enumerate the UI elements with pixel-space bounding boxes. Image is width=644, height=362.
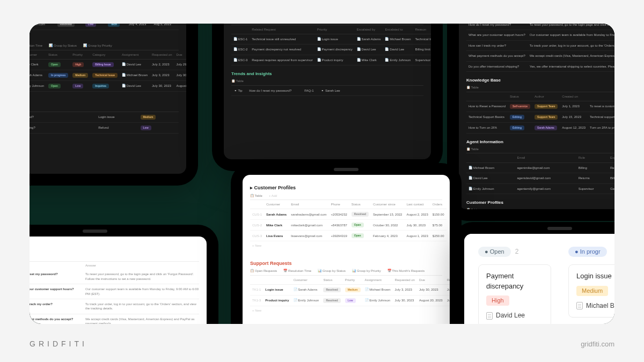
section-trends: Trends and Insights — [231, 71, 423, 77]
tablet-camera — [547, 227, 572, 230]
table-row[interactable]: CUS-1Sarah Adamssarahadams@gmail.com+205… — [250, 209, 447, 220]
tickets-table: 📄Sarah Smithsmithsmith@gmail.com OpenHig… — [30, 24, 179, 30]
brand-url: gridfiti.com — [581, 340, 614, 348]
table-row[interactable]: CUS-2Mike Clarkmikeclark@gmail.com+84363… — [250, 220, 447, 231]
document-icon — [486, 312, 493, 320]
tablet-camera — [83, 230, 107, 233]
document-icon — [576, 302, 583, 309]
tablet-bottom-left: ▸ FAQs 📋 Table QuestionAnswer FAQ-1How d… — [30, 225, 218, 324]
priority-tag: Medium — [576, 286, 608, 296]
card-assignee: David Lee — [486, 311, 543, 320]
customers-table: CustomerEmailPhoneStatusCustomer sinceLa… — [250, 200, 447, 241]
kanban-card[interactable]: Payment discrepancy High David Lee — [478, 264, 551, 324]
kanban-column-open: ● Open 2 Payment discrepancy High David … — [478, 247, 551, 324]
section-support-requests: Support Requests — [30, 35, 179, 41]
faq-item[interactable]: FAQ-3How can I track my order?To track y… — [30, 299, 199, 314]
tablet-camera — [334, 168, 358, 171]
status-pill-inprogress[interactable]: ● In progr — [568, 247, 607, 257]
view-tabs[interactable]: 📋 Open Requests 📅 Resolution Time 📊 Grou… — [30, 43, 179, 50]
priority-tag: High — [486, 295, 509, 306]
tablet-bottom-right: ● Open 2 Payment discrepancy High David … — [452, 222, 614, 324]
tickets-grid: CustomerStatusPriorityCategoryAssignment… — [30, 50, 186, 92]
section-support-requests: Support Requests — [250, 260, 442, 267]
faq-item[interactable]: FAQ-4What payment methods do you accept?… — [30, 314, 199, 324]
section-agents: Agent Information — [466, 139, 614, 145]
section-customers: Customer Profiles — [466, 200, 614, 205]
tickets-table: CustomerStatusPriorityAssignmentRequeste… — [250, 276, 450, 306]
section-kb: Knowledge Base — [466, 77, 614, 83]
tablet-top-left: 📄Sarah Smithsmithsmith@gmail.com OpenHig… — [30, 24, 198, 186]
kanban-column-inprogress: ● In progr Login issue Medium Michael B … — [568, 247, 614, 324]
faq-item[interactable]: FAQ-1How do I reset my password?To reset… — [30, 269, 199, 284]
column-count: 2 — [515, 247, 519, 256]
tablet-top-right: FAQs 📋 Table QuestionAnswer How do I res… — [447, 24, 614, 221]
card-assignee: Michael B — [576, 301, 614, 311]
tablet-top-center: 📄 TK1-1Payment discrepancy📄 Mike ClarkOp… — [212, 24, 443, 171]
tablet-bottom-center: ▸ Customer Profiles 📋 Table+ Add Custome… — [231, 163, 462, 324]
section-escalations: Escalations — [30, 97, 179, 103]
table-row[interactable]: CUS-3Lisa Evanslisaevans@gmail.com+39294… — [250, 231, 447, 241]
card-title: Login issue — [576, 271, 614, 281]
kanban-card[interactable]: Login issue Medium Michael B — [568, 264, 614, 317]
showcase-canvas: 📄Sarah Smithsmithsmith@gmail.com OpenHig… — [30, 24, 614, 324]
card-title: Payment discrepancy — [486, 271, 543, 291]
brand-mark: GRIDFITI — [30, 339, 87, 348]
status-pill-open[interactable]: ● Open — [478, 247, 511, 257]
table-row[interactable]: TK1-1Login issue📄 Sarah AdamsResolvedMed… — [250, 285, 450, 295]
view-tabs[interactable]: 📋 Table+ Add — [250, 194, 442, 200]
table-row[interactable]: TK1-3Product inquiry📄 Emily JohnsonResol… — [250, 295, 450, 306]
view-tabs[interactable]: 📋 Open Requests 📅 Resolution Time 📊 Grou… — [250, 269, 442, 275]
faq-item[interactable]: FAQ-2What are your customer support hour… — [30, 284, 199, 299]
